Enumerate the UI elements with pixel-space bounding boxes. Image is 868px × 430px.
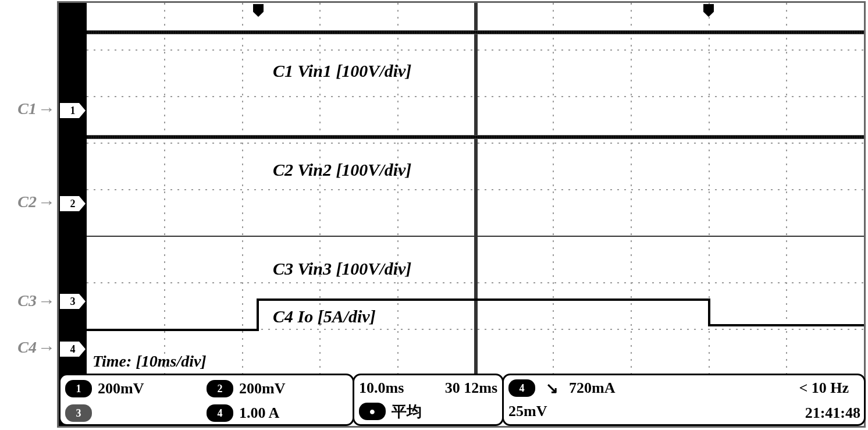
plot-area: C1 Vin1 [100V/div] C2 Vin2 [100V/div] C3… — [87, 3, 864, 375]
status-channel-scales: 1 200mV 2 200mV 3 4 1.00 A — [59, 374, 354, 426]
trace-c4-seg — [257, 298, 709, 301]
grid-h — [87, 49, 864, 51]
status-trigger: 4 ↘ 720mA < 10 Hz 25mV 21:41:48 — [502, 374, 866, 426]
trigger-level: 720mA — [569, 379, 615, 397]
trigger-marker-icon — [253, 4, 264, 17]
scope-frame: 1 2 3 4 — [57, 1, 866, 428]
grid-h — [87, 96, 864, 97]
channel-label-c3: C3→ — [0, 291, 55, 311]
arrow-right-icon: → — [38, 99, 55, 119]
scope-left-margin: 1 2 3 4 — [59, 3, 87, 426]
annotation-c3: C3 Vin3 [100V/div] — [273, 259, 411, 279]
ground-marker-c2: 2 — [60, 196, 86, 211]
grid-h — [87, 143, 864, 144]
trace-c1 — [87, 31, 864, 34]
channel-label-c4: C4→ — [0, 337, 55, 357]
trigger-marker-icon — [703, 4, 714, 17]
trigger-source-badge: 4 — [508, 379, 535, 397]
trace-c4-seg — [87, 329, 258, 331]
trigger-freq: < 10 Hz — [799, 379, 849, 397]
channel-badge-1: 1 — [65, 380, 92, 397]
channel-label-c1: C1→ — [0, 99, 55, 119]
annotation-c1: C1 Vin1 [100V/div] — [273, 61, 411, 81]
ch2-scale: 200mV — [239, 380, 285, 397]
ch4-scale: 1.00 A — [239, 404, 279, 422]
ground-marker-c4: 4 — [60, 342, 86, 357]
status-timebase: 10.0ms 30 12ms ● 平均 — [353, 374, 504, 426]
annotation-time: Time: [10ms/div] — [93, 352, 207, 371]
avg-badge-icon: ● — [359, 403, 386, 420]
oscilloscope-screenshot: C1→ C2→ C3→ C4→ 1 2 3 4 — [0, 0, 868, 430]
trace-c2 — [87, 136, 864, 138]
grid-h — [87, 189, 864, 190]
timebase-offset: 30 12ms — [445, 379, 497, 397]
status-bar: 1 200mV 2 200mV 3 4 1.00 A — [59, 374, 864, 426]
trace-c4-seg — [708, 298, 710, 324]
trace-c4-seg — [257, 298, 259, 331]
arrow-right-icon: → — [38, 291, 55, 311]
annotation-c2: C2 Vin2 [100V/div] — [273, 160, 411, 180]
clock: 21:41:48 — [805, 404, 860, 422]
ch1-scale: 200mV — [98, 380, 144, 397]
annotation-c4: C4 Io [5A/div] — [273, 307, 376, 326]
trace-c3 — [87, 236, 864, 237]
channel-label-c2: C2→ — [0, 192, 55, 212]
channel-badge-2: 2 — [207, 380, 233, 397]
ground-marker-c1: 1 — [60, 103, 86, 118]
arrow-right-icon: → — [38, 192, 55, 212]
timebase-value: 10.0ms — [359, 379, 404, 397]
channel-badge-3: 3 — [65, 404, 92, 422]
avg-value: 25mV — [508, 403, 547, 420]
ground-marker-c3: 3 — [60, 294, 86, 309]
trigger-slope-icon: ↘ — [546, 379, 558, 397]
trace-c4-seg — [708, 324, 864, 326]
arrow-right-icon: → — [38, 337, 55, 357]
avg-label: 平均 — [392, 401, 422, 422]
grid-h — [87, 282, 864, 283]
channel-badge-4: 4 — [207, 404, 233, 422]
